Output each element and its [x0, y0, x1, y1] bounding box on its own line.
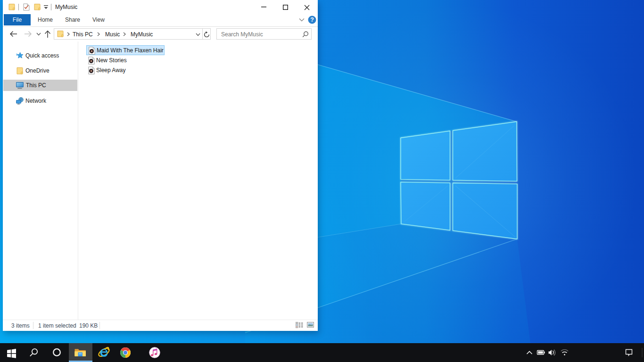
svg-text:?: ?: [310, 16, 314, 23]
